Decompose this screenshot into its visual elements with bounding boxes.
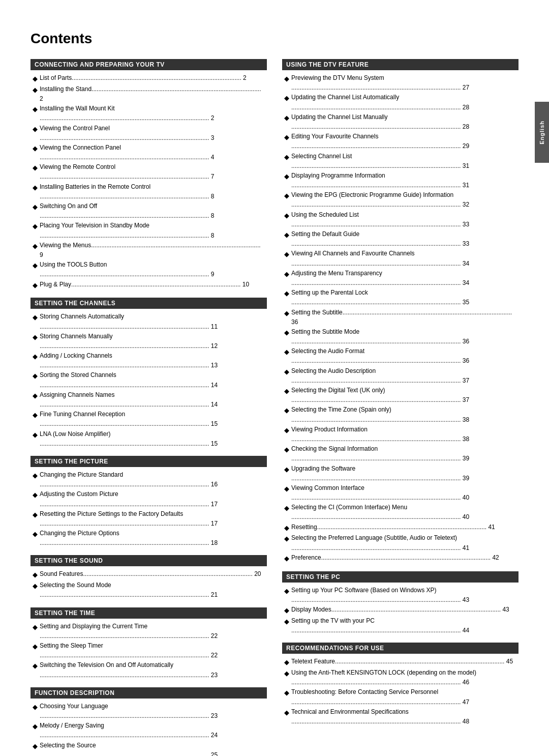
diamond-icon: ◆	[33, 391, 38, 401]
diamond-icon: ◆	[284, 617, 289, 627]
list-item: ◆Setting the Subtitle ..................…	[284, 308, 516, 327]
dot-leader: ........................................…	[40, 341, 209, 351]
diamond-icon: ◆	[284, 688, 289, 699]
diamond-icon: ◆	[284, 386, 289, 397]
diamond-icon: ◆	[33, 124, 38, 135]
item-text: Installing the Wall Mount Kit ..........…	[40, 104, 265, 123]
list-item: ◆Viewing Common Interface ..............…	[284, 483, 516, 503]
diamond-icon: ◆	[33, 74, 38, 84]
item-text: Adjusting the Menu Transparency ........…	[291, 269, 516, 288]
left-column: CONNECTING AND PREPARING YOUR TV◆List of…	[30, 59, 267, 756]
list-item: ◆Adjusting the Menu Transparency .......…	[284, 269, 516, 288]
item-text: Checking the Signal Information ........…	[291, 444, 516, 463]
diamond-icon: ◆	[284, 367, 289, 377]
diamond-icon: ◆	[33, 371, 38, 382]
page-ref: 48	[461, 718, 469, 725]
diamond-icon: ◆	[284, 464, 289, 475]
page-ref: 9	[40, 251, 43, 258]
item-text: Sorting the Stored Channels ............…	[40, 370, 265, 390]
diamond-icon: ◆	[284, 708, 289, 718]
diamond-icon: ◆	[284, 605, 289, 616]
section-items-sound: ◆Sound Features ........................…	[30, 569, 267, 600]
dot-leader: ........................................…	[291, 337, 461, 346]
item-text: Switching On and Off ...................…	[40, 201, 265, 221]
list-item: ◆Setting up the TV with your PC ........…	[284, 616, 516, 635]
right-column: USING THE DTV FEATURE◆Previewing the DTV…	[282, 59, 518, 756]
section-items-dtv: ◆Previewing the DTV Menu System ........…	[282, 73, 518, 564]
section-header-function: FUNCTION DESCRIPTION	[30, 687, 267, 699]
page-ref: 42	[491, 554, 499, 561]
page-ref: 33	[461, 221, 469, 228]
page-ref: 33	[461, 240, 469, 247]
diamond-icon: ◆	[33, 332, 38, 343]
item-text: Previewing the DTV Menu System .........…	[291, 73, 516, 93]
diamond-icon: ◆	[33, 104, 38, 115]
section-channels: SETTING THE CHANNELS◆Storing Channels Au…	[30, 298, 267, 449]
page-ref: 15	[209, 440, 218, 447]
diamond-icon: ◆	[33, 85, 38, 96]
section-items-pc: ◆Setting up Your PC Software (Based on W…	[282, 586, 518, 636]
page-ref: 24	[209, 732, 218, 739]
list-item: ◆Preference ............................…	[284, 553, 516, 564]
page-ref: 17	[209, 520, 218, 527]
dot-leader: ........................................…	[291, 493, 461, 503]
section-items-recommendations: ◆Teletext Feature ......................…	[282, 657, 518, 726]
dot-leader: ........................................…	[40, 231, 209, 241]
diamond-icon: ◆	[33, 529, 38, 540]
list-item: ◆Previewing the DTV Menu System ........…	[284, 73, 516, 93]
section-connecting: CONNECTING AND PREPARING YOUR TV◆List of…	[30, 59, 267, 290]
page-ref: 41	[486, 524, 495, 531]
page-ref: 18	[209, 539, 218, 546]
item-text: Setting up the TV with your PC .........…	[291, 616, 516, 635]
diamond-icon: ◆	[33, 510, 38, 520]
page-ref: 40	[461, 513, 469, 520]
list-item: ◆Updating the Channel List Automatically…	[284, 93, 516, 112]
dot-leader: ........................................…	[291, 220, 461, 229]
dot-leader: ........................................…	[291, 259, 461, 269]
list-item: ◆Setting and Displaying the Current Time…	[33, 622, 265, 641]
item-text: Selecting the CI (Common Interface) Menu…	[291, 503, 516, 522]
page-ref: 39	[461, 455, 469, 462]
page-ref: 29	[461, 142, 469, 150]
item-text: Selecting the Digital Text (UK only) ...…	[291, 386, 516, 405]
list-item: ◆Checking the Signal Information .......…	[284, 444, 516, 463]
diamond-icon: ◆	[284, 534, 289, 544]
section-header-recommendations: RECOMMENDATIONS FOR USE	[282, 643, 518, 654]
item-text: Viewing the Remote Control .............…	[40, 162, 265, 182]
page: English Contents CONNECTING AND PREPARIN…	[0, 0, 549, 756]
item-text: Installing the Stand ...................…	[40, 84, 265, 104]
item-text: Fine Tuning Channel Reception ..........…	[40, 410, 265, 429]
page-ref: 37	[461, 377, 469, 384]
item-text: Viewing Common Interface ...............…	[291, 483, 516, 503]
item-text: Using the Scheduled List ...............…	[291, 210, 516, 229]
content-columns: CONNECTING AND PREPARING YOUR TV◆List of…	[30, 59, 518, 756]
list-item: ◆Selecting the Audio Format ............…	[284, 346, 516, 366]
list-item: ◆Using the TOOLS Button ................…	[33, 260, 265, 279]
dot-leader: ........................................…	[291, 626, 461, 635]
page-ref: 45	[504, 658, 513, 665]
item-text: Updating the Channel List Automatically …	[291, 93, 516, 112]
diamond-icon: ◆	[284, 132, 289, 143]
dot-leader: ........................................…	[291, 717, 461, 726]
dot-leader: ........................................…	[291, 543, 461, 553]
diamond-icon: ◆	[284, 503, 289, 514]
dot-leader: ........................................…	[291, 415, 461, 425]
list-item: ◆Melody / Energy Saving ................…	[33, 721, 265, 740]
list-item: ◆Viewing the Control Panel .............…	[33, 124, 265, 143]
item-text: Selecting the Audio Format .............…	[291, 346, 516, 366]
dot-leader: ........................................…	[40, 538, 209, 548]
list-item: ◆Switching the Television On and Off Aut…	[33, 660, 265, 680]
page-ref: 11	[209, 323, 218, 330]
dot-leader: ........................................…	[291, 512, 461, 522]
page-ref: 40	[461, 494, 469, 501]
list-item: ◆Viewing the EPG (Electronic Programme G…	[284, 190, 516, 210]
page-ref: 35	[461, 299, 469, 306]
diamond-icon: ◆	[33, 741, 38, 752]
page-ref: 37	[461, 396, 469, 403]
page-ref: 8	[209, 212, 214, 219]
dot-leader: ........................................…	[40, 381, 209, 390]
diamond-icon: ◆	[33, 241, 38, 252]
dot-leader: ........................................…	[40, 671, 209, 680]
dot-leader: ........................................…	[40, 480, 209, 489]
dot-leader: ........................................…	[321, 553, 491, 563]
